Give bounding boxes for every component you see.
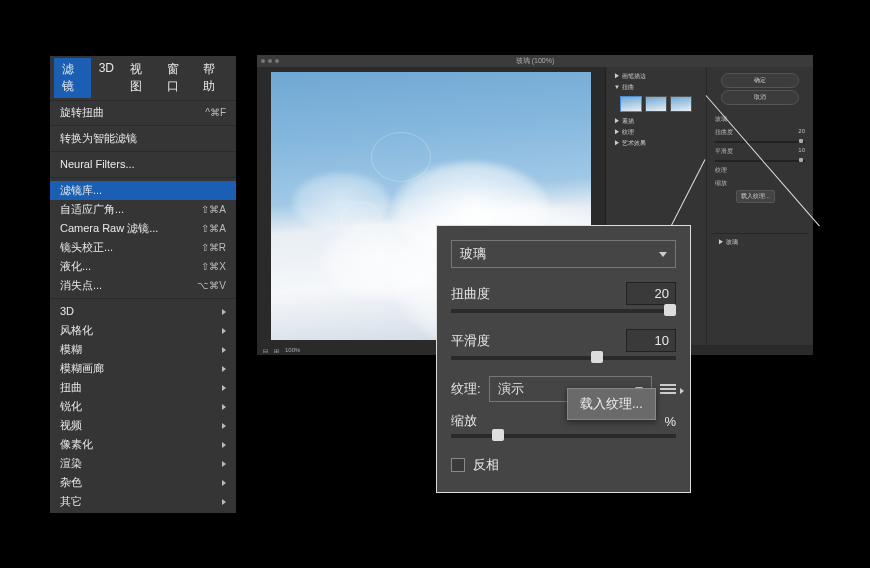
zoom-level: 100% [285, 347, 300, 353]
filter-thumb[interactable] [620, 96, 642, 112]
menu-item-noise[interactable]: 杂色 [50, 473, 236, 492]
slider-thumb[interactable] [591, 351, 603, 363]
window-title: 玻璃 (100%) [516, 56, 555, 66]
menu-item-liquify[interactable]: 液化... ⇧⌘X [50, 257, 236, 276]
menu-label: Neural Filters... [60, 157, 135, 172]
scale-slider[interactable] [451, 434, 676, 438]
mini-effect-dropdown[interactable]: 玻璃 [711, 113, 809, 126]
menu-label: 锐化 [60, 399, 82, 414]
menu-shortcut: ⌥⌘V [197, 278, 226, 293]
submenu-arrow-icon [222, 366, 226, 372]
menu-item-vanishing-point[interactable]: 消失点... ⌥⌘V [50, 276, 236, 295]
chevron-down-icon [659, 252, 667, 257]
menu-item-stylize[interactable]: 风格化 [50, 321, 236, 340]
scale-label: 缩放 [451, 412, 477, 430]
menubar-item-help[interactable]: 帮助 [195, 58, 232, 98]
menu-item-lens-correction[interactable]: 镜头校正... ⇧⌘R [50, 238, 236, 257]
menu-label: 滤镜库... [60, 183, 102, 198]
zoom-out-icon[interactable]: ⊟ [263, 347, 268, 354]
category-artistic[interactable]: ▶ 艺术效果 [610, 138, 702, 149]
filter-thumbnails [610, 93, 702, 116]
menu-label: 转换为智能滤镜 [60, 131, 137, 146]
menubar-item-3d[interactable]: 3D [91, 58, 122, 98]
ok-button[interactable]: 确定 [721, 73, 799, 88]
slider-thumb[interactable] [492, 429, 504, 441]
maximize-icon[interactable] [275, 59, 279, 63]
menu-shortcut: ⇧⌘A [201, 202, 226, 217]
menu-item-render[interactable]: 渲染 [50, 454, 236, 473]
menu-item-blur-gallery[interactable]: 模糊画廊 [50, 359, 236, 378]
menu-item-convert-smart[interactable]: 转换为智能滤镜 [50, 129, 236, 148]
menu-item-other[interactable]: 其它 [50, 492, 236, 511]
close-icon[interactable] [261, 59, 265, 63]
mini-texture-label: 纹理 [715, 166, 727, 175]
menu-item-filter-gallery[interactable]: 滤镜库... [50, 181, 236, 200]
menu-label: 扭曲 [60, 380, 82, 395]
param-distortion-value[interactable]: 20 [626, 282, 676, 305]
menu-item-3d-submenu[interactable]: 3D [50, 302, 236, 321]
menu-label: 模糊画廊 [60, 361, 104, 376]
scale-unit: % [664, 414, 676, 429]
window-controls[interactable] [261, 59, 279, 63]
menu-label: 杂色 [60, 475, 82, 490]
menubar-item-filter[interactable]: 滤镜 [54, 58, 91, 98]
menu-item-sharpen[interactable]: 锐化 [50, 397, 236, 416]
menu-item-adaptive-wide-angle[interactable]: 自适应广角... ⇧⌘A [50, 200, 236, 219]
menu-shortcut: ⇧⌘R [201, 240, 226, 255]
cancel-button[interactable]: 取消 [721, 90, 799, 105]
category-texture[interactable]: ▶ 纹理 [610, 127, 702, 138]
param-distortion-label: 扭曲度 [451, 285, 490, 303]
menu-label: 自适应广角... [60, 202, 124, 217]
menu-item-camera-raw[interactable]: Camera Raw 滤镜... ⇧⌘A [50, 219, 236, 238]
menu-label: 3D [60, 304, 74, 319]
invert-checkbox[interactable] [451, 458, 465, 472]
filter-thumb[interactable] [670, 96, 692, 112]
param-smoothness-value[interactable]: 10 [626, 329, 676, 352]
menu-shortcut: ⇧⌘X [201, 259, 226, 274]
invert-label: 反相 [473, 456, 499, 474]
menu-label: 旋转扭曲 [60, 105, 104, 120]
mini-slider[interactable] [715, 160, 805, 162]
menu-item-last-filter[interactable]: 旋转扭曲 ^⌘F [50, 103, 236, 122]
menubar-item-window[interactable]: 窗口 [159, 58, 196, 98]
window-titlebar[interactable]: 玻璃 (100%) [257, 55, 813, 67]
menu-item-blur[interactable]: 模糊 [50, 340, 236, 359]
texture-menu-icon[interactable] [660, 384, 676, 394]
submenu-arrow-icon [222, 328, 226, 334]
submenu-arrow-icon [222, 480, 226, 486]
submenu-arrow-icon [222, 347, 226, 353]
menubar-item-view[interactable]: 视图 [122, 58, 159, 98]
submenu-arrow-icon [222, 442, 226, 448]
category-distort[interactable]: ▼ 扭曲 [610, 82, 702, 93]
menu-item-neural-filters[interactable]: Neural Filters... [50, 155, 236, 174]
effect-layer[interactable]: ▶ 玻璃 [714, 237, 806, 248]
category-brush-strokes[interactable]: ▶ 画笔描边 [610, 71, 702, 82]
texture-value: 演示 [498, 380, 524, 398]
menu-label: 模糊 [60, 342, 82, 357]
menu-label: 消失点... [60, 278, 102, 293]
mini-slider[interactable] [715, 141, 805, 143]
menu-shortcut: ⇧⌘A [201, 221, 226, 236]
effect-dropdown[interactable]: 玻璃 [451, 240, 676, 268]
mini-param-value: 20 [798, 128, 805, 137]
menubar: 滤镜 3D 视图 窗口 帮助 [50, 56, 236, 101]
category-sketch[interactable]: ▶ 素描 [610, 116, 702, 127]
submenu-arrow-icon [222, 461, 226, 467]
distortion-slider[interactable] [451, 309, 676, 313]
zoom-in-icon[interactable]: ⊞ [274, 347, 279, 354]
smoothness-slider[interactable] [451, 356, 676, 360]
mini-load-texture-button[interactable]: 载入纹理... [736, 190, 775, 203]
mini-scale-label: 缩放 [715, 179, 727, 188]
menu-label: 视频 [60, 418, 82, 433]
slider-thumb[interactable] [664, 304, 676, 316]
submenu-arrow-icon [222, 404, 226, 410]
menu-label: 镜头校正... [60, 240, 113, 255]
menu-item-video[interactable]: 视频 [50, 416, 236, 435]
filter-thumb[interactable] [645, 96, 667, 112]
menu-item-pixelate[interactable]: 像素化 [50, 435, 236, 454]
menu-item-distort[interactable]: 扭曲 [50, 378, 236, 397]
effect-name: 玻璃 [460, 245, 486, 263]
param-smoothness-label: 平滑度 [451, 332, 490, 350]
load-texture-button[interactable]: 载入纹理... [567, 388, 656, 420]
minimize-icon[interactable] [268, 59, 272, 63]
